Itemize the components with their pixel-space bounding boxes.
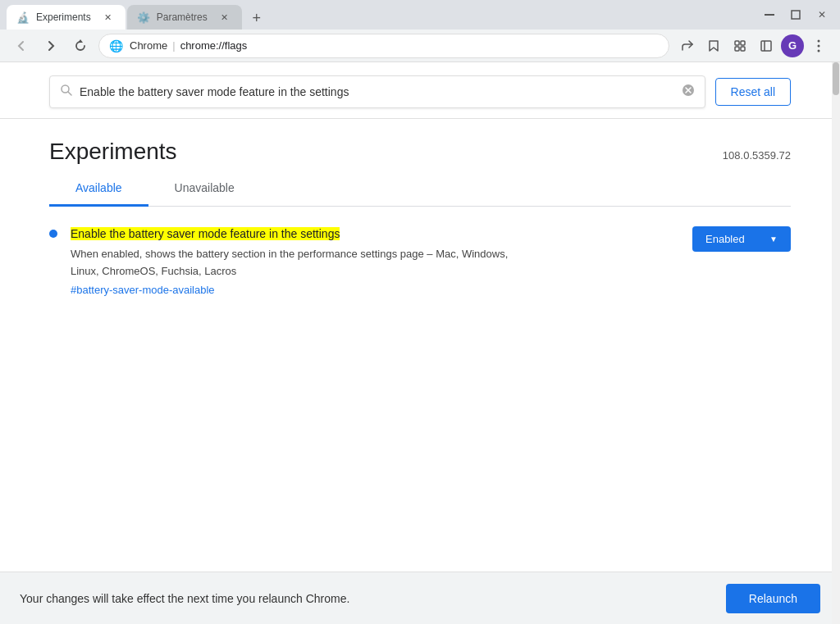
tab-nav-available[interactable]: Available: [49, 171, 148, 207]
feature-active-dot: [49, 230, 57, 238]
feature-title: Enable the battery saver mode feature in…: [71, 227, 340, 240]
forward-button[interactable]: [39, 34, 62, 57]
main-content: Experiments 108.0.5359.72 Available Unav…: [0, 119, 840, 572]
bookmark-icon[interactable]: [702, 34, 725, 57]
bottom-message: Your changes will take effect the next t…: [20, 592, 349, 605]
feature-control: Enabled ▼: [692, 226, 791, 252]
search-clear-icon[interactable]: [682, 84, 695, 100]
tab-experiments[interactable]: 🔬 Experiments ✕: [7, 5, 126, 30]
feature-link[interactable]: #battery-saver-mode-available: [71, 284, 679, 296]
feature-status-dropdown[interactable]: Enabled ▼: [692, 226, 791, 252]
svg-rect-1: [792, 11, 800, 19]
menu-icon[interactable]: [807, 34, 830, 57]
tab-settings-close-icon[interactable]: ✕: [217, 10, 232, 25]
chevron-down-icon: ▼: [769, 235, 778, 244]
tab-experiments-label: Experiments: [36, 11, 91, 23]
site-favicon-icon: 🌐: [109, 39, 123, 52]
site-name: Chrome: [130, 39, 167, 52]
svg-rect-7: [761, 41, 771, 51]
tabs-area: 🔬 Experiments ✕ ⚙️ Paramètres ✕ +: [7, 0, 751, 30]
address-bar[interactable]: 🌐 Chrome | chrome://flags: [98, 34, 669, 58]
feature-item: Enable the battery saver mode feature in…: [49, 226, 791, 296]
search-bar-area: Reset all: [0, 62, 840, 119]
reset-all-button[interactable]: Reset all: [715, 78, 791, 106]
experiments-favicon-icon: 🔬: [16, 11, 30, 24]
svg-rect-5: [735, 47, 739, 51]
svg-point-9: [818, 39, 820, 42]
title-bar: 🔬 Experiments ✕ ⚙️ Paramètres ✕ + ✕: [0, 0, 840, 30]
feature-description: When enabled, shows the battery section …: [71, 246, 514, 280]
sidebar-icon[interactable]: [755, 34, 778, 57]
address-text: Chrome | chrome://flags: [130, 39, 247, 52]
browser-toolbar: 🌐 Chrome | chrome://flags G: [0, 30, 840, 62]
toolbar-actions: G: [676, 34, 830, 57]
tab-settings-label: Paramètres: [157, 11, 208, 23]
svg-rect-4: [741, 41, 745, 45]
back-button[interactable]: [10, 34, 33, 57]
svg-rect-6: [741, 47, 745, 51]
svg-point-10: [818, 44, 820, 47]
tabs-nav: Available Unavailable: [49, 171, 791, 207]
feature-section: Enable the battery saver mode feature in…: [49, 207, 791, 316]
svg-point-11: [818, 49, 820, 52]
scrollbar[interactable]: [832, 62, 840, 624]
search-box[interactable]: [49, 75, 705, 108]
svg-marker-2: [78, 39, 83, 43]
bottom-bar: Your changes will take effect the next t…: [0, 572, 840, 624]
svg-rect-3: [735, 41, 739, 45]
extensions-icon[interactable]: [728, 34, 751, 57]
reload-button[interactable]: [69, 34, 92, 57]
page-area: Reset all Experiments 108.0.5359.72 Avai…: [0, 62, 840, 624]
share-icon[interactable]: [676, 34, 699, 57]
new-tab-button[interactable]: +: [245, 7, 268, 30]
settings-favicon-icon: ⚙️: [137, 11, 150, 24]
page-title: Experiments: [49, 139, 177, 165]
feature-status-label: Enabled: [705, 233, 745, 245]
scrollbar-thumb[interactable]: [833, 62, 839, 95]
tab-nav-unavailable[interactable]: Unavailable: [148, 171, 261, 207]
feature-body: Enable the battery saver mode feature in…: [71, 226, 679, 296]
minimize-button[interactable]: [758, 3, 781, 26]
tab-experiments-close-icon[interactable]: ✕: [101, 10, 116, 25]
maximize-button[interactable]: [784, 3, 807, 26]
svg-rect-0: [765, 14, 774, 16]
search-input[interactable]: [80, 85, 675, 98]
profile-avatar[interactable]: G: [781, 34, 804, 57]
svg-line-13: [68, 92, 71, 95]
close-button[interactable]: ✕: [810, 3, 833, 26]
window-controls: ✕: [758, 3, 833, 26]
page-header: Experiments 108.0.5359.72: [49, 119, 791, 171]
version-text: 108.0.5359.72: [723, 149, 791, 162]
tab-settings[interactable]: ⚙️ Paramètres ✕: [127, 5, 242, 30]
search-icon: [60, 84, 73, 100]
relaunch-button[interactable]: Relaunch: [726, 584, 820, 613]
address-url: chrome://flags: [180, 39, 248, 52]
browser-window: 🔬 Experiments ✕ ⚙️ Paramètres ✕ + ✕: [0, 0, 840, 624]
